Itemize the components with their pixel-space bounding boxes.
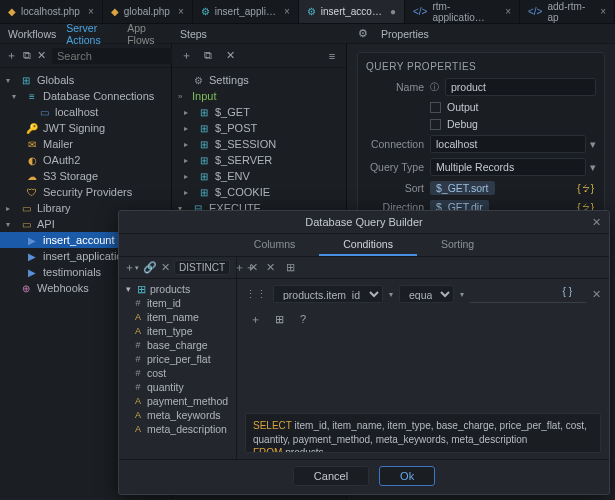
add-group-icon[interactable]: ⊞ <box>271 311 287 327</box>
add-icon[interactable]: ＋ <box>6 48 17 64</box>
debug-checkbox[interactable] <box>430 119 441 130</box>
properties-title: Properties <box>381 28 429 40</box>
steps-header: Steps <box>172 24 347 44</box>
tree-node[interactable]: ▸⊞$_SERVER <box>172 152 346 168</box>
column-node[interactable]: Ameta_description <box>119 422 236 436</box>
add-icon[interactable]: ＋▾ <box>124 260 139 276</box>
ok-button[interactable]: Ok <box>379 466 435 486</box>
modal-tab[interactable]: Columns <box>230 234 319 256</box>
column-node[interactable]: #cost <box>119 366 236 380</box>
tree-node[interactable]: ▸⊞$_GET <box>172 104 346 120</box>
tree-node[interactable]: ◐OAuth2 <box>0 152 171 168</box>
output-label: Output <box>447 101 479 113</box>
group-icon[interactable]: ⊞ <box>282 260 298 276</box>
chevron-down-icon[interactable]: ▾ <box>389 290 393 299</box>
tree-node[interactable]: 🛡Security Providers <box>0 184 171 200</box>
name-label: Name <box>366 81 424 93</box>
tree-node[interactable]: ▸⊞$_COOKIE <box>172 184 346 200</box>
connection-field[interactable] <box>430 135 586 153</box>
column-node[interactable]: Aitem_type <box>119 324 236 338</box>
distinct-toggle[interactable]: DISTINCT <box>174 260 230 275</box>
querytype-label: Query Type <box>366 161 424 173</box>
chevron-down-icon[interactable]: ▾ <box>590 138 596 150</box>
modal-tab[interactable]: Conditions <box>319 234 417 256</box>
help-icon[interactable]: ? <box>295 311 311 327</box>
subtab-server-actions[interactable]: Server Actions <box>66 22 117 46</box>
chevron-down-icon[interactable]: ▾ <box>460 290 464 299</box>
sort-chip[interactable]: $_GET.sort <box>430 181 495 195</box>
tree-node[interactable]: ⚙Settings <box>172 72 346 88</box>
column-node[interactable]: Aitem_name <box>119 310 236 324</box>
column-node[interactable]: Ameta_keywords <box>119 408 236 422</box>
editor-tab[interactable]: ⚙insert_appli…× <box>193 0 299 23</box>
properties-header: ⚙ Properties <box>347 24 615 44</box>
close-icon[interactable]: ✕ <box>592 288 601 301</box>
tree-node[interactable]: ✉Mailer <box>0 136 171 152</box>
tree-node[interactable]: ▸⊞$_POST <box>172 120 346 136</box>
output-checkbox[interactable] <box>430 102 441 113</box>
info-icon[interactable]: ⓘ <box>430 81 439 94</box>
close-icon[interactable]: ✕ <box>592 216 601 229</box>
column-node[interactable]: #base_charge <box>119 338 236 352</box>
menu-icon[interactable]: ≡ <box>324 48 340 64</box>
duplicate-icon[interactable]: ⧉ <box>200 48 216 64</box>
cancel-button[interactable]: Cancel <box>293 466 369 486</box>
tree-node[interactable]: ▭localhost <box>0 104 171 120</box>
link-icon[interactable]: 🔗 <box>143 260 157 276</box>
tree-node[interactable]: 🔑JWT Signing <box>0 120 171 136</box>
bolt-icon[interactable]: {⭍} <box>575 183 596 194</box>
chevron-down-icon[interactable]: ▾ <box>590 161 596 173</box>
query-builder-modal: Database Query Builder ✕ ColumnsConditio… <box>118 210 610 495</box>
column-node[interactable]: #quantity <box>119 380 236 394</box>
drag-handle-icon[interactable]: ⋮⋮ <box>245 288 267 301</box>
subtab-app-flows[interactable]: App Flows <box>127 22 164 46</box>
editor-tabbar: ◆localhost.php×◆global.php×⚙insert_appli… <box>0 0 615 24</box>
close-icon[interactable]: ✕ <box>161 260 170 276</box>
editor-tab[interactable]: ◆localhost.php× <box>0 0 103 23</box>
condition-value-input[interactable]: { } <box>470 285 586 303</box>
debug-label: Debug <box>447 118 478 130</box>
editor-tab[interactable]: </>rtm-applicatio…× <box>405 0 520 23</box>
steps-title: Steps <box>180 28 207 40</box>
props-heading: QUERY PROPERTIES <box>366 61 596 72</box>
modal-tab[interactable]: Sorting <box>417 234 498 256</box>
table-node[interactable]: ▾⊞products <box>119 282 236 296</box>
gear-icon: ⚙ <box>355 26 371 42</box>
editor-tab[interactable]: ◆global.php× <box>103 0 193 23</box>
close-icon[interactable]: ✕ <box>262 260 278 276</box>
querytype-field[interactable] <box>430 158 586 176</box>
tree-node[interactable]: ☁S3 Storage <box>0 168 171 184</box>
add-condition-icon[interactable]: ＋ <box>247 311 263 327</box>
condition-row: ⋮⋮ products.item_id ▾ equal ▾ { } ✕ <box>237 279 609 309</box>
close-icon[interactable]: ✕ <box>222 48 238 64</box>
workflows-header: Workflows Server Actions App Flows <box>0 24 172 44</box>
name-field[interactable] <box>445 78 596 96</box>
modal-title-text: Database Query Builder <box>305 216 422 228</box>
add-icon[interactable]: ＋ <box>242 260 258 276</box>
tree-node[interactable]: ▾≡Database Connections <box>0 88 171 104</box>
editor-tab[interactable]: ⚙insert_acco…● <box>299 0 405 23</box>
connection-label: Connection <box>366 138 424 150</box>
tree-node[interactable]: ▸⊞$_ENV <box>172 168 346 184</box>
add-icon[interactable]: ＋ <box>178 48 194 64</box>
tree-node[interactable]: ▸⊞$_SESSION <box>172 136 346 152</box>
duplicate-icon[interactable]: ⧉ <box>23 48 31 64</box>
editor-tab[interactable]: </>add-rtm-ap× <box>520 0 615 23</box>
column-node[interactable]: #item_id <box>119 296 236 310</box>
tree-node[interactable]: ▾⊞Globals <box>0 72 171 88</box>
binding-icon[interactable]: { } <box>563 286 572 297</box>
condition-op-select[interactable]: equal <box>399 285 454 303</box>
column-node[interactable]: Apayment_method <box>119 394 236 408</box>
sql-preview: SELECT item_id, item_name, item_type, ba… <box>245 413 601 453</box>
sort-label: Sort <box>366 182 424 194</box>
column-node[interactable]: #price_per_flat <box>119 352 236 366</box>
close-icon[interactable]: ✕ <box>37 48 46 64</box>
steps-input[interactable]: »Input <box>172 88 346 104</box>
workflows-title: Workflows <box>8 28 56 40</box>
condition-field-select[interactable]: products.item_id <box>273 285 383 303</box>
modal-title: Database Query Builder ✕ <box>119 211 609 234</box>
